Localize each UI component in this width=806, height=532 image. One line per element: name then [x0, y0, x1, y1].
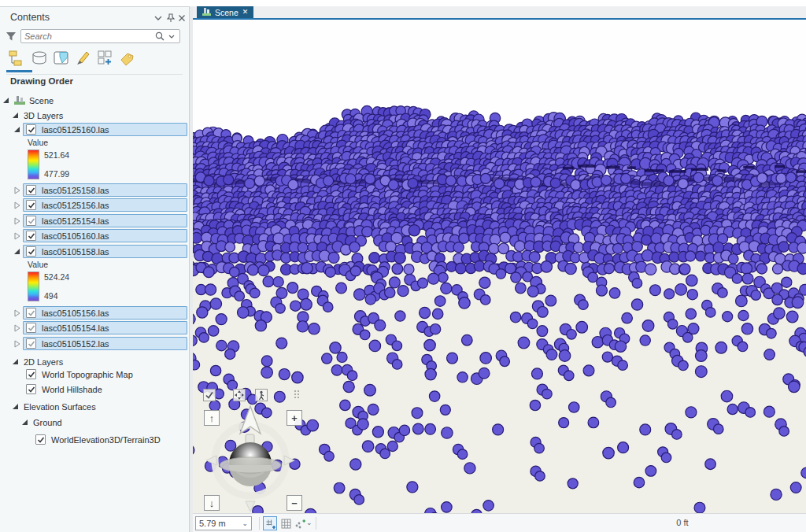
- layer-row: lasc05125154.las: [0, 214, 190, 227]
- expand-arrow-icon[interactable]: [13, 404, 18, 409]
- layer-checkbox[interactable]: [26, 384, 36, 394]
- legend-min-value: 494: [44, 291, 69, 301]
- chevron-down-icon[interactable]: ⌄: [306, 519, 312, 526]
- layer-item-selected[interactable]: lasc05125160.las: [23, 123, 187, 136]
- layer-item-selected[interactable]: lasc05105152.las: [23, 337, 187, 350]
- color-ramp: [28, 272, 39, 301]
- view-tab-bar: Scene ✕: [193, 6, 806, 18]
- nav-pan-button[interactable]: [233, 389, 246, 401]
- arcgis-pro-window: Contents: [0, 0, 806, 532]
- nav-confirm-button[interactable]: [203, 389, 216, 401]
- group-label-2d: 2D Layers: [24, 357, 63, 367]
- layer-checkbox[interactable]: [26, 323, 36, 333]
- layer-row: lasc05125158.las: [0, 183, 190, 197]
- layer-checkbox[interactable]: [26, 338, 36, 349]
- layer-checkbox[interactable]: [26, 124, 36, 135]
- layer-row: lasc05105152.las: [0, 337, 190, 350]
- collapse-arrow-icon[interactable]: [14, 127, 20, 132]
- layer-row: lasc05125156.las: [0, 198, 190, 212]
- legend-title: Value: [28, 138, 69, 147]
- scene-status-bar: 5.79 m ⌄ ⌄ 0 ft: [193, 513, 806, 532]
- add-points-button[interactable]: [293, 516, 307, 530]
- legend-max-value: 521.64: [44, 150, 69, 160]
- contents-panel: Contents: [0, 6, 190, 532]
- tab-scene[interactable]: Scene ✕: [197, 6, 253, 18]
- chevron-down-icon: ⌄: [242, 519, 248, 527]
- expand-arrow-icon[interactable]: [22, 419, 28, 425]
- layer-checkbox[interactable]: [26, 216, 36, 226]
- tree-row-scene[interactable]: Scene: [3, 94, 54, 107]
- layer-legend: Value 524.24 494: [28, 260, 69, 301]
- layer-item-selected[interactable]: lasc05105158.las: [23, 245, 187, 258]
- layer-item-selected[interactable]: lasc05105160.las: [23, 229, 187, 242]
- layer-label: World Hillshade: [42, 385, 102, 394]
- layer-checkbox[interactable]: [26, 246, 36, 257]
- layer-label: lasc05105154.las: [42, 323, 109, 333]
- layer-label: lasc05105158.las: [42, 247, 109, 257]
- group-label-3d: 3D Layers: [24, 111, 63, 120]
- collapse-arrow-icon[interactable]: [14, 249, 20, 254]
- layer-item-selected[interactable]: lasc05125156.las: [23, 198, 187, 212]
- layer-tree: Scene 3D Layers lasc05125160.las Value: [0, 7, 189, 532]
- group-label-ground: Ground: [33, 418, 62, 427]
- layer-item-selected[interactable]: lasc05125154.las: [23, 214, 187, 227]
- zoom-in-button[interactable]: +: [287, 410, 302, 426]
- layer-label: lasc05105152.las: [42, 339, 109, 349]
- tilt-up-button[interactable]: ↑: [204, 410, 220, 426]
- layer-label: lasc05105156.las: [42, 308, 109, 318]
- scene-label: Scene: [29, 96, 54, 105]
- layer-label: lasc05105160.las: [42, 231, 109, 241]
- tree-row-hillshade[interactable]: World Hillshade: [26, 382, 102, 396]
- tree-row-terrain3d[interactable]: WorldElevation3D/Terrain3D: [35, 433, 161, 446]
- layer-row: lasc05125160.las: [0, 123, 190, 136]
- layer-checkbox[interactable]: [26, 231, 36, 241]
- scene-icon: [202, 7, 211, 17]
- layer-row: lasc05105160.las: [0, 229, 190, 242]
- layer-label: World Topographic Map: [42, 370, 133, 379]
- drag-handle-dots[interactable]: [294, 388, 300, 402]
- legend-max-value: 524.24: [44, 272, 69, 282]
- layer-label: WorldElevation3D/Terrain3D: [51, 435, 161, 445]
- expand-arrow-icon[interactable]: [13, 359, 18, 364]
- layer-row: lasc05105154.las: [0, 321, 190, 334]
- tree-row-topographic[interactable]: World Topographic Map: [26, 368, 133, 381]
- layer-label: lasc05125158.las: [42, 186, 109, 195]
- tree-row-ground[interactable]: Ground: [22, 416, 62, 429]
- expand-arrow-icon[interactable]: [13, 113, 18, 118]
- zoom-out-button[interactable]: −: [287, 495, 302, 511]
- layer-checkbox[interactable]: [26, 200, 36, 210]
- legend-min-value: 477.99: [44, 169, 69, 179]
- layer-label: lasc05125156.las: [42, 201, 109, 210]
- color-ramp: [28, 150, 39, 179]
- legend-title: Value: [28, 260, 69, 269]
- ribbon-bottom-strip: [0, 0, 806, 6]
- layer-checkbox[interactable]: [26, 369, 36, 379]
- tab-label: Scene: [215, 8, 238, 17]
- layer-checkbox[interactable]: [26, 308, 36, 318]
- snap-grid-button[interactable]: [263, 516, 277, 530]
- scene-icon: [14, 94, 25, 106]
- layer-item-selected[interactable]: lasc05125158.las: [23, 183, 187, 197]
- tilt-down-button[interactable]: ↓: [204, 495, 220, 511]
- layer-checkbox[interactable]: [26, 185, 36, 195]
- statusbar-divider: [316, 517, 316, 530]
- layer-row: lasc05105158.las: [0, 245, 190, 258]
- tree-row-3d-layers[interactable]: 3D Layers: [13, 109, 63, 122]
- expand-arrow-icon[interactable]: [3, 98, 9, 103]
- tree-row-elevation-surfaces[interactable]: Elevation Surfaces: [13, 400, 96, 413]
- scale-combobox[interactable]: 5.79 m ⌄: [195, 516, 252, 530]
- nav-walk-button[interactable]: [255, 389, 268, 401]
- close-icon[interactable]: ✕: [242, 9, 249, 16]
- layer-row: lasc05105156.las: [0, 306, 190, 320]
- scale-value: 5.79 m: [199, 519, 226, 528]
- group-label-elevation: Elevation Surfaces: [24, 402, 96, 412]
- layer-legend: Value 521.64 477.99: [28, 138, 69, 179]
- tree-row-2d-layers[interactable]: 2D Layers: [13, 355, 63, 368]
- grid-button[interactable]: [279, 516, 293, 530]
- layer-item-selected[interactable]: lasc05105154.las: [23, 321, 187, 334]
- scene-view: ↑ + ↓ −: [193, 20, 806, 513]
- elevation-readout: 0 ft: [665, 518, 700, 527]
- layer-item-selected[interactable]: lasc05105156.las: [23, 306, 187, 320]
- layer-checkbox[interactable]: [35, 434, 46, 445]
- layer-label: lasc05125154.las: [42, 216, 109, 226]
